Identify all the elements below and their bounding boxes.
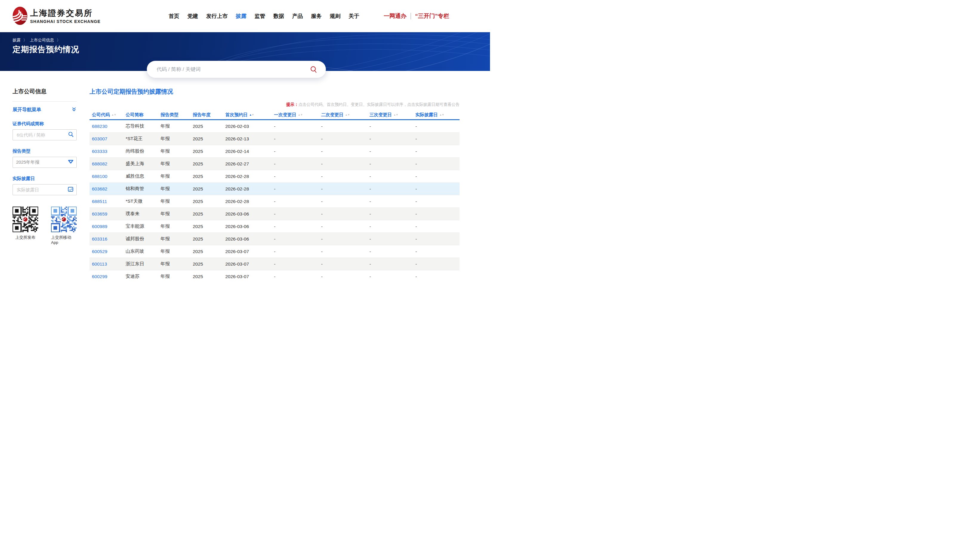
cell-actual: - (413, 274, 460, 279)
main-content: 上市公司定期报告预约披露情况 提示：点击公司代码、首次预约日、变更日、实际披露日… (89, 88, 460, 96)
code-search-field[interactable] (13, 130, 77, 140)
breadcrumb-pilu[interactable]: 披露 (13, 38, 21, 43)
cell-code[interactable]: 688230 (89, 124, 123, 129)
cell-year: 2025 (190, 211, 223, 217)
column-header-5[interactable]: 一次变更日▲▼ (272, 112, 319, 118)
cell-change2: - (319, 261, 367, 267)
cell-code[interactable]: 603333 (89, 149, 123, 154)
table-row: 603316诚邦股份年报20252026-03-06---- (89, 233, 460, 245)
logo-title-en: SHANGHAI STOCK EXCHANGE (30, 19, 100, 24)
cell-change3: - (367, 249, 413, 254)
table-row: 603682锦和商管年报20252026-02-28---- (89, 183, 460, 195)
cell-report-type: 年报 (158, 173, 190, 179)
cell-first-date: 2026-03-07 (223, 249, 272, 254)
cell-report-type: 年报 (158, 123, 190, 130)
table-row: 603007*ST花王年报20252026-02-13---- (89, 133, 460, 145)
cell-name: 威胜信息 (123, 173, 158, 179)
expand-nav-menu-button[interactable]: 展开导航菜单 (13, 107, 77, 113)
cell-first-date: 2026-02-14 (223, 149, 272, 154)
cell-change3: - (367, 274, 413, 279)
column-header-6[interactable]: 二次变更日▲▼ (319, 112, 367, 118)
cell-year: 2025 (190, 161, 223, 167)
column-header-0[interactable]: 公司代码▲▼ (89, 112, 123, 118)
column-label: 二次变更日 (321, 112, 343, 118)
nav-item-3[interactable]: 披露 (236, 13, 247, 20)
column-label: 报告类型 (161, 112, 178, 118)
nav-item-8[interactable]: 规则 (330, 13, 341, 20)
nav-item-1[interactable]: 党建 (188, 13, 198, 20)
table-row: 688082盛美上海年报20252026-02-27---- (89, 158, 460, 170)
cell-change2: - (319, 224, 367, 229)
nav-item-0[interactable]: 首页 (169, 13, 180, 20)
cell-change3: - (367, 199, 413, 204)
code-search-input[interactable] (16, 132, 68, 138)
cell-name: *ST花王 (123, 136, 158, 142)
quick-link-skm[interactable]: “三开门”专栏 (415, 12, 449, 20)
cell-actual: - (413, 136, 460, 141)
table-row: 603333尚纬股份年报20252026-02-14---- (89, 145, 460, 158)
disclosure-date-input[interactable] (16, 187, 68, 192)
cell-code[interactable]: 600113 (89, 261, 123, 267)
sort-arrows-icon: ▲▼ (439, 113, 444, 116)
cell-year: 2025 (190, 249, 223, 254)
top-bar: 上海證券交易所 SHANGHAI STOCK EXCHANGE 首页党建发行上市… (0, 0, 490, 32)
nav-item-4[interactable]: 监管 (255, 13, 265, 20)
hint-label: 提示： (287, 102, 299, 107)
cell-change2: - (319, 124, 367, 129)
column-header-4[interactable]: 首次预约日▲▼ (223, 112, 272, 118)
cell-code[interactable]: 688100 (89, 174, 123, 179)
cell-report-type: 年报 (158, 236, 190, 242)
cell-name: 尚纬股份 (123, 148, 158, 154)
nav-item-9[interactable]: 关于 (349, 13, 359, 20)
column-header-2: 报告类型 (158, 112, 190, 118)
cell-code[interactable]: 600529 (89, 249, 123, 254)
search-input[interactable] (156, 66, 310, 73)
table-row: 688100威胜信息年报20252026-02-28---- (89, 170, 460, 183)
report-type-label: 报告类型 (13, 148, 77, 154)
sse-logo[interactable]: 上海證券交易所 SHANGHAI STOCK EXCHANGE (13, 7, 100, 25)
column-header-3: 报告年度 (190, 112, 223, 118)
qr-mobile-app: 上交所移动App (51, 207, 77, 245)
cell-change1: - (272, 186, 319, 192)
cell-code[interactable]: 688082 (89, 161, 123, 167)
cell-code[interactable]: 603007 (89, 136, 123, 141)
report-type-select[interactable]: 2025年年报 (13, 157, 77, 168)
cell-first-date: 2026-03-07 (223, 261, 272, 267)
cell-code[interactable]: 688511 (89, 199, 123, 204)
cell-change2: - (319, 199, 367, 204)
cell-report-type: 年报 (158, 148, 190, 154)
table-row: 603659璞泰来年报20252026-03-06---- (89, 208, 460, 220)
cell-code[interactable]: 603682 (89, 186, 123, 192)
nav-item-5[interactable]: 数据 (273, 13, 284, 20)
cell-report-type: 年报 (158, 261, 190, 267)
breadcrumb-listed-company-info[interactable]: 上市公司信息 (30, 38, 54, 43)
nav-item-6[interactable]: 产品 (292, 13, 303, 20)
cell-change1: - (272, 261, 319, 267)
cell-actual: - (413, 236, 460, 242)
cell-code[interactable]: 600299 (89, 274, 123, 279)
cell-change1: - (272, 149, 319, 154)
column-header-7[interactable]: 三次变更日▲▼ (367, 112, 413, 118)
qr-codes: 上交所发布 上交所移动App (13, 207, 77, 245)
cell-code[interactable]: 603659 (89, 211, 123, 217)
column-label: 公司简称 (126, 112, 143, 118)
nav-item-7[interactable]: 服务 (311, 13, 322, 20)
calendar-icon[interactable] (68, 186, 74, 194)
disclosure-date-field[interactable] (13, 184, 77, 195)
search-icon[interactable] (68, 131, 74, 138)
search-icon[interactable] (310, 66, 318, 73)
cell-change2: - (319, 274, 367, 279)
cell-change1: - (272, 249, 319, 254)
nav-item-2[interactable]: 发行上市 (206, 13, 228, 20)
quick-link-ywtb[interactable]: 一网通办 (384, 12, 407, 20)
column-header-8[interactable]: 实际披露日▲▼ (413, 112, 460, 118)
cell-code[interactable]: 603316 (89, 236, 123, 242)
cell-change1: - (272, 224, 319, 229)
table-body: 688230芯导科技年报20252026-02-03----603007*ST花… (89, 120, 460, 279)
cell-code[interactable]: 600989 (89, 224, 123, 229)
cell-change3: - (367, 186, 413, 192)
sort-arrows-icon: ▲▼ (393, 113, 398, 116)
cell-first-date: 2026-03-07 (223, 274, 272, 279)
section-title: 上市公司定期报告预约披露情况 (89, 88, 460, 96)
sidebar: 上市公司信息 展开导航菜单 证券代码或简称 报告类型 2025年 (13, 88, 77, 245)
